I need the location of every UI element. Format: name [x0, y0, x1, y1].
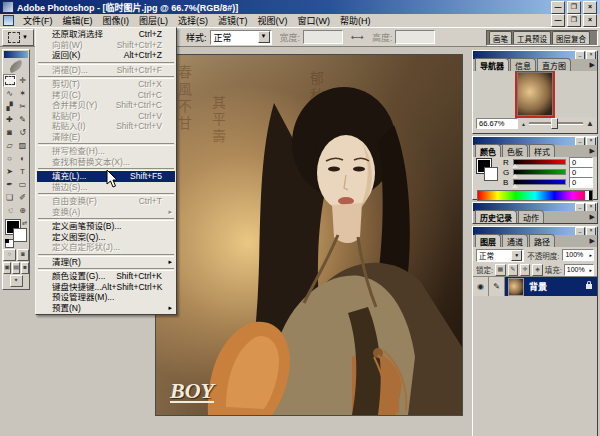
background-layer-row[interactable]: ◉ ✎ 背景 [473, 277, 597, 296]
eyedropper-tool[interactable]: ✐ [16, 191, 29, 204]
hand-tool[interactable]: ☜ [3, 204, 16, 217]
red-slider[interactable] [513, 159, 566, 165]
lock-position-button[interactable]: ✛ [520, 264, 530, 276]
pen-tool[interactable]: ✒ [3, 178, 16, 191]
tab-styles[interactable]: 样式 [529, 144, 555, 157]
menu-item-cut[interactable]: 剪切(T)Ctrl+X [37, 79, 175, 90]
document-canvas[interactable]: 春風不甘 其平壽 郁秋 BOY [155, 54, 463, 416]
quick-mask-mode-button[interactable]: ◙ [17, 249, 30, 261]
document-icon[interactable] [3, 15, 14, 26]
tab-swatches[interactable]: 色板 [502, 144, 528, 157]
menu-item-paste[interactable]: 粘贴(P)Ctrl+V [37, 111, 175, 122]
menu-edit[interactable]: 编辑(E) [58, 13, 98, 28]
style-select[interactable]: 正常 ▼ [210, 30, 272, 45]
doc-restore-button[interactable]: ❐ [567, 14, 581, 27]
dodge-tool[interactable]: ◐ [16, 152, 29, 165]
palette-menu-icon[interactable]: ▶ [590, 213, 595, 221]
opacity-field[interactable]: 100% ▸ [562, 249, 594, 261]
menu-help[interactable]: 帮助(H) [335, 13, 376, 28]
slice-tool[interactable]: ✂ [16, 100, 29, 113]
standard-screen-button[interactable]: ▣ [3, 262, 11, 274]
tab-info[interactable]: 信息 [510, 58, 536, 71]
fill-field[interactable]: 100% ▸ [564, 264, 594, 276]
lock-image-button[interactable]: ✎ [508, 264, 518, 276]
menu-item-find-replace-text[interactable]: 查找和替换文本(X)... [37, 157, 175, 168]
magic-wand-tool[interactable]: ✶ [16, 87, 29, 100]
menu-layer[interactable]: 图层(L) [134, 13, 173, 28]
standard-mode-button[interactable]: ○ [3, 249, 16, 261]
lasso-tool[interactable]: ∿ [3, 87, 16, 100]
move-tool[interactable]: ✛ [16, 74, 29, 87]
toolbox-grab-bar[interactable] [4, 51, 28, 58]
visibility-eye-icon[interactable]: ◉ [473, 277, 489, 296]
history-brush-tool[interactable]: ↺ [16, 126, 29, 139]
clone-stamp-tool[interactable]: ◙ [3, 126, 16, 139]
notes-tool[interactable]: ❏ [3, 191, 16, 204]
blue-slider[interactable] [513, 179, 566, 185]
layer-thumbnail[interactable] [508, 278, 524, 296]
close-button[interactable]: × [583, 1, 597, 14]
tab-channels[interactable]: 通道 [502, 234, 528, 247]
color-spectrum-ramp[interactable] [477, 190, 593, 201]
blend-mode-select[interactable]: 正常 ▼ [476, 249, 524, 262]
default-colors-icon[interactable] [5, 239, 14, 248]
tab-layer-comps[interactable]: 图层复合 [552, 31, 590, 44]
brush-tool[interactable]: ✎ [16, 113, 29, 126]
minimize-button[interactable]: — [551, 1, 565, 14]
background-color-swatch[interactable] [13, 228, 27, 242]
menu-item-define-pattern[interactable]: 定义图案(Q)... [37, 232, 175, 243]
path-selection-tool[interactable]: ➤ [3, 165, 16, 178]
menu-item-fade[interactable]: 消褪(D)...Shift+Ctrl+F [37, 65, 175, 76]
blur-tool[interactable]: ○ [3, 152, 16, 165]
swap-colors-icon[interactable]: ⇄ [22, 219, 27, 226]
crop-tool[interactable]: ▞ [3, 100, 16, 113]
navigator-zoom-field[interactable]: 66.67% [476, 118, 518, 129]
tab-actions[interactable]: 动作 [518, 210, 544, 223]
shape-tool[interactable]: ▭ [16, 178, 29, 191]
menu-item-preferences[interactable]: 预置(N)▸ [37, 303, 175, 314]
menu-item-paste-into[interactable]: 粘贴入(I)Shift+Ctrl+V [37, 121, 175, 132]
restore-button[interactable]: ❐ [567, 1, 581, 14]
navigator-zoom-slider[interactable] [529, 122, 583, 125]
tab-navigator[interactable]: 导航器 [475, 58, 509, 71]
zoom-out-icon[interactable]: ▲ [521, 121, 526, 127]
height-input[interactable] [395, 30, 435, 44]
eraser-tool[interactable]: ▱ [3, 139, 16, 152]
menu-item-free-transform[interactable]: 自由变换(F)Ctrl+T [37, 196, 175, 207]
zoom-in-icon[interactable]: ▲ [586, 119, 594, 128]
tab-layers[interactable]: 图层 [475, 234, 501, 247]
menu-item-step-backward[interactable]: 返回(K)Alt+Ctrl+Z [37, 50, 175, 61]
menu-item-purge[interactable]: 清理(R)▸ [37, 257, 175, 268]
tool-preset-picker[interactable]: ▼ [2, 29, 34, 46]
menu-item-clear[interactable]: 清除(E) [37, 132, 175, 143]
menu-item-copy-merged[interactable]: 合并拷贝(Y)Shift+Ctrl+C [37, 100, 175, 111]
menu-item-define-custom-shape[interactable]: 定义自定形状(J)... [37, 242, 175, 253]
title-bar[interactable]: Adobe Photoshop - [临时图片.jpg @ 66.7%(RGB/… [0, 0, 600, 14]
gradient-tool[interactable]: ▨ [16, 139, 29, 152]
menu-item-preset-manager[interactable]: 预设管理器(M)... [37, 292, 175, 303]
menu-window[interactable]: 窗口(W) [293, 13, 336, 28]
menu-item-color-settings[interactable]: 颜色设置(G)...Shift+Ctrl+K [37, 271, 175, 282]
menu-item-define-brush-preset[interactable]: 定义画笔预设(B)... [37, 221, 175, 232]
menu-item-check-spelling[interactable]: 拼写检查(H)... [37, 146, 175, 157]
tab-brushes[interactable]: 画笔 [489, 31, 512, 44]
fullscreen-menubar-button[interactable]: ▤ [12, 262, 20, 274]
white-black-chip[interactable] [585, 191, 592, 200]
rectangular-marquee-tool[interactable] [3, 74, 16, 87]
menu-image[interactable]: 图像(I) [98, 13, 135, 28]
menu-item-copy[interactable]: 拷贝(C)Ctrl+C [37, 90, 175, 101]
palette-menu-icon[interactable]: ▶ [590, 147, 595, 155]
menu-item-undo[interactable]: 还原取消选择Ctrl+Z [37, 29, 175, 40]
background-color-swatch[interactable] [484, 167, 498, 181]
menu-filter[interactable]: 滤镜(T) [213, 13, 253, 28]
menu-select[interactable]: 选择(S) [173, 13, 213, 28]
slider-thumb[interactable] [512, 174, 518, 178]
slider-thumb[interactable] [512, 184, 518, 188]
lock-transparency-button[interactable]: ▦ [495, 264, 505, 276]
menu-view[interactable]: 视图(V) [253, 13, 293, 28]
blue-value-field[interactable]: 0 [569, 177, 593, 188]
menu-item-step-forward[interactable]: 向前(W)Shift+Ctrl+Z [37, 40, 175, 51]
fullscreen-button[interactable]: ■ [21, 262, 29, 274]
swap-dimensions-icon[interactable]: ⟷ [351, 32, 364, 42]
green-slider[interactable] [513, 169, 566, 175]
